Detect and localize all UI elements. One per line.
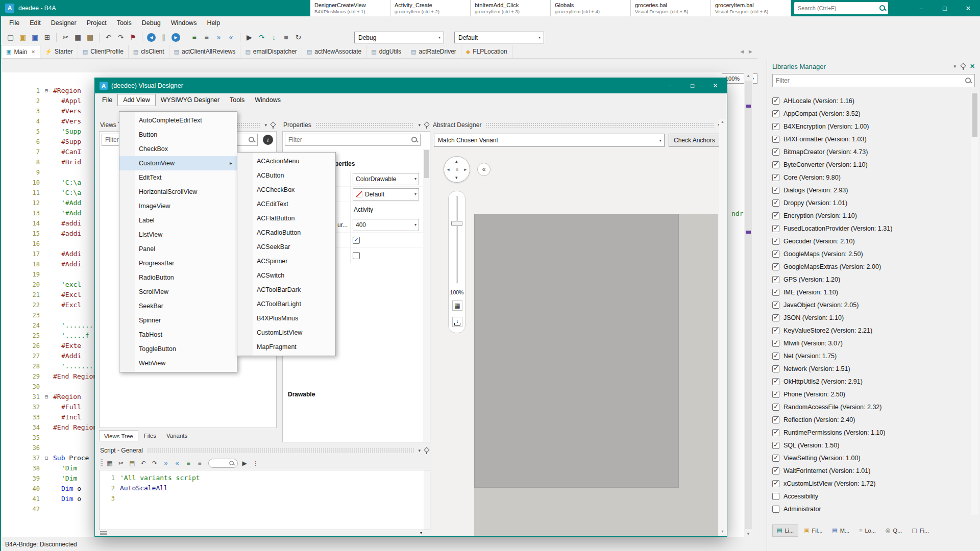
bookmark-tab[interactable]: DesignerCreateViewB4XPlusMinus (ctrl + 1… (310, 0, 390, 16)
library-item[interactable]: Net (Version: 1.75) (772, 349, 969, 362)
comment-button[interactable]: ≡ (184, 459, 193, 468)
library-item[interactable]: Core (Version: 9.80) (772, 171, 969, 184)
property-grid-scrollbar[interactable] (423, 149, 430, 442)
library-checkbox[interactable] (772, 263, 779, 270)
menu-item-acbutton[interactable]: ACButton (237, 168, 335, 183)
uncomment-button[interactable]: ≡ (195, 459, 204, 468)
library-checkbox[interactable] (772, 365, 779, 372)
properties-filter-box[interactable] (285, 134, 421, 146)
scroll-tabs-left-icon[interactable]: ◀ (740, 49, 744, 54)
close-button[interactable]: ✕ (704, 78, 727, 93)
designer-scrollbar[interactable]: ▲ ▼ (719, 119, 726, 534)
menu-item-checkbox[interactable]: CheckBox (119, 142, 237, 156)
pan-control[interactable]: ◂ ▸ ▴ ▾ (444, 156, 470, 183)
panel-tab-Fi[interactable]: ▢Fi... (908, 524, 933, 537)
chevron-down-icon[interactable]: ▾ (418, 122, 421, 128)
menu-item-acswitch[interactable]: ACSwitch (237, 268, 335, 283)
views-tab-views-tree[interactable]: Views Tree (99, 430, 138, 441)
menu-item-webview[interactable]: WebView (119, 356, 237, 370)
copy-button[interactable]: ▦ (72, 32, 83, 43)
library-checkbox[interactable] (772, 327, 779, 334)
menu-item-togglebutton[interactable]: ToggleButton (119, 342, 237, 356)
menu-item-imageview[interactable]: ImageView (119, 199, 237, 213)
library-checkbox[interactable] (772, 174, 779, 181)
chevron-down-icon[interactable]: ▾ (264, 122, 267, 128)
pan-right-icon[interactable]: ▸ (464, 167, 467, 172)
run-script-button[interactable]: ▶ (240, 459, 249, 468)
property-checkbox[interactable] (353, 252, 360, 259)
library-checkbox[interactable] (772, 212, 779, 219)
library-item[interactable]: JSON (Version: 1.10) (772, 311, 969, 324)
pin-icon[interactable] (960, 63, 966, 70)
library-checkbox[interactable] (772, 378, 779, 385)
panel-tab-Li[interactable]: ▤Li... (772, 524, 798, 537)
zoom-slider-track[interactable] (456, 196, 458, 283)
library-item[interactable]: B4XFormatter (Version: 1.03) (772, 133, 969, 145)
screenshot-button[interactable]: ↓ (452, 317, 462, 327)
doc-tab-actClientAllReviews[interactable]: ▤actClientAllReviews (169, 45, 241, 58)
views-tab-files[interactable]: Files (139, 430, 161, 441)
designer-menu-file[interactable]: File (97, 94, 117, 106)
library-item[interactable]: Encryption (Version: 1.10) (772, 209, 969, 222)
library-item[interactable]: Network (Version: 1.51) (772, 362, 969, 375)
library-item[interactable]: AHLocale (Version: 1.16) (772, 94, 969, 107)
maximize-button[interactable]: □ (933, 0, 957, 16)
library-item[interactable]: KeyValueStore2 (Version: 2.21) (772, 324, 969, 337)
close-tab-icon[interactable]: ✕ (31, 49, 35, 55)
library-checkbox[interactable] (772, 238, 779, 245)
redo-button[interactable]: ↷ (115, 32, 126, 43)
rebuild-button[interactable]: ↻ (293, 32, 304, 43)
minimize-button[interactable]: – (910, 0, 933, 16)
property-value-select[interactable]: Default▾ (353, 188, 419, 201)
pan-left-icon[interactable]: ◂ (447, 167, 450, 172)
menu-item-actoolbardark[interactable]: ACToolBarDark (237, 283, 335, 297)
doc-tab-ddgUtils[interactable]: ▤ddgUtils (366, 45, 406, 58)
library-checkbox[interactable] (772, 404, 779, 411)
close-button[interactable]: ✕ (957, 0, 980, 16)
property-value-select[interactable]: 400▾ (353, 219, 419, 231)
libraries-scrollbar[interactable] (971, 92, 978, 515)
menu-item-customview[interactable]: CustomView▸ (119, 156, 237, 170)
grid-toggle-button[interactable]: ▦ (452, 300, 462, 311)
library-item[interactable]: GoogleMapsExtras (Version: 2.00) (772, 260, 969, 273)
bookmark-tab[interactable]: btnItemAdd_ClickgroceryItem (ctrl + 3) (471, 0, 551, 16)
editor-scrollbar[interactable]: ▲ ▼ (744, 72, 753, 537)
library-item[interactable]: SQL (Version: 1.50) (772, 439, 969, 452)
build-mode-select[interactable]: Debug ▾ (354, 32, 444, 43)
redo-button[interactable]: ↷ (150, 459, 159, 468)
scroll-down-icon[interactable]: ▼ (719, 530, 726, 533)
new-file-button[interactable]: ▢ (5, 32, 16, 43)
search-icon[interactable] (879, 5, 886, 12)
menu-item-acspinner[interactable]: ACSpinner (237, 254, 335, 268)
menu-item-acactionmenu[interactable]: ACActionMenu (237, 154, 335, 168)
check-anchors-button[interactable]: Check Anchors (669, 134, 720, 147)
library-item[interactable]: B4XEncryption (Version: 1.00) (772, 120, 969, 133)
outdent-button[interactable]: « (226, 32, 236, 43)
library-item[interactable]: GoogleMaps (Version: 2.50) (772, 247, 969, 260)
overflow-button[interactable]: ⋮ (251, 459, 260, 468)
outdent-button[interactable]: « (173, 459, 182, 468)
menu-designer[interactable]: Designer (46, 16, 82, 30)
panel-tab-M[interactable]: ▤M... (828, 524, 853, 537)
library-item[interactable]: Accessibility (772, 490, 969, 503)
scroll-tabs-right-icon[interactable]: ▶ (749, 49, 752, 54)
library-checkbox[interactable] (772, 199, 779, 207)
bookmark-tab[interactable]: GlobalsgroceryItem (ctrl + 4) (551, 0, 631, 16)
doc-tab-actNewAssociate[interactable]: ▤actNewAssociate (302, 45, 366, 58)
close-panel-icon[interactable]: ✕ (970, 63, 975, 70)
library-checkbox[interactable] (772, 225, 779, 232)
navigate-forward-button[interactable]: ▶ (172, 33, 180, 42)
library-item[interactable]: Administrator (772, 503, 969, 515)
uncomment-button[interactable]: ≡ (201, 32, 212, 43)
abstract-canvas-area[interactable]: ◂ ▸ ▴ ▾ « 100% ▦ ↓ (432, 148, 721, 536)
doc-tab-FLPLocation[interactable]: ◆FLPLocation (461, 45, 512, 58)
libraries-filter-input[interactable] (773, 77, 965, 84)
menu-item-button[interactable]: Button (119, 128, 237, 142)
library-checkbox[interactable] (772, 97, 779, 105)
script-grip[interactable] (101, 459, 103, 467)
duplicate-button[interactable]: ▦ (105, 459, 114, 468)
indent-button[interactable]: » (213, 32, 224, 43)
library-item[interactable]: OkHttpUtils2 (Version: 2.91) (772, 375, 969, 388)
designer-menu-add-view[interactable]: Add View (117, 94, 156, 106)
library-item[interactable]: AppCompat (Version: 3.52) (772, 107, 969, 120)
